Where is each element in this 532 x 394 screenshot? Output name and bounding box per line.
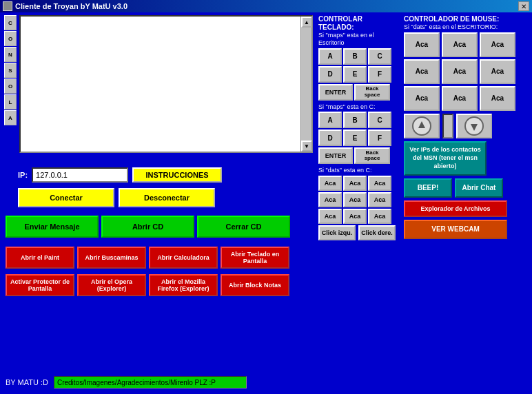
aca-btn-8[interactable]: Aca: [343, 209, 367, 224]
mouse-aca-4[interactable]: Aca: [404, 59, 440, 84]
mouse-aca-9[interactable]: Aca: [480, 86, 515, 111]
enviar-mensaje-button[interactable]: Enviar Mensaje: [6, 216, 99, 238]
kbd-grid-2: A B C D E F: [318, 112, 400, 146]
kbd-a-btn[interactable]: A: [318, 48, 342, 65]
msn-row: Ver IPs de los contactos del MSN (tener …: [404, 141, 526, 176]
mouse-aca-6[interactable]: Aca: [480, 59, 515, 84]
abrir-mozilla-button[interactable]: Abrir el Mozilla Firefox (Explorer): [149, 274, 218, 296]
aca-btn-2[interactable]: Aca: [343, 176, 367, 191]
enter-button-2[interactable]: ENTER: [318, 147, 353, 164]
maps-escritorio-text: Si "maps" esta en el Escritorio: [318, 32, 400, 47]
kbd-f2-btn[interactable]: F: [368, 129, 391, 146]
credits-input[interactable]: [54, 376, 247, 388]
scrollbar-down-btn[interactable]: ▼: [301, 141, 312, 152]
click-izq-button[interactable]: Click izqu.: [318, 225, 356, 240]
mouse-aca-3[interactable]: Aca: [480, 32, 515, 57]
explorador-row: Explorador de Archivos: [404, 200, 526, 217]
dats-c-text: Si "dats" esta en C:: [318, 167, 400, 174]
sidebar-icon-o[interactable]: O: [4, 31, 17, 46]
kbd-a2-btn[interactable]: A: [318, 112, 342, 128]
kbd-e-btn[interactable]: E: [343, 66, 367, 83]
abrir-calculadora-button[interactable]: Abrir Calculadora: [149, 247, 218, 269]
enter-back-row: ENTER Backspace: [318, 84, 400, 101]
backspace-button-2[interactable]: Backspace: [354, 147, 390, 164]
red-row2: Activar Protector de Pantalla Abrir el O…: [6, 274, 289, 296]
beep-button[interactable]: BEEP!: [404, 178, 452, 198]
mouse-aca-7[interactable]: Aca: [404, 86, 440, 111]
scroll-row: [404, 114, 526, 138]
kbd-b-btn[interactable]: B: [343, 48, 367, 65]
sidebar-icon-l[interactable]: L: [4, 94, 17, 110]
mouse-panel-title: CONTROLADOR DE MOUSE:: [404, 15, 526, 23]
kbd-e2-btn[interactable]: E: [343, 129, 367, 146]
teclado-panel: CONTROLAR TECLADO: Si "maps" esta en el …: [318, 15, 400, 242]
cerrar-cd-button[interactable]: Cerrar CD: [197, 216, 290, 238]
close-button[interactable]: ✕: [518, 1, 529, 11]
conectar-button[interactable]: Conectar: [18, 188, 114, 207]
click-der-button[interactable]: Click dere.: [358, 225, 396, 240]
bottom-bar: BY MATU :D: [6, 376, 247, 388]
aca-btn-6[interactable]: Aca: [368, 192, 391, 207]
abrir-paint-button[interactable]: Abrir el Paint: [6, 247, 74, 269]
activar-protector-button[interactable]: Activar Protector de Pantalla: [6, 274, 74, 296]
scroll-btn-1[interactable]: [404, 114, 440, 138]
sidebar-icon-c[interactable]: C: [4, 15, 17, 30]
webcam-button[interactable]: VER WEBCAM: [404, 220, 507, 239]
kbd-b2-btn[interactable]: B: [343, 112, 367, 128]
kbd-f-btn[interactable]: F: [368, 66, 391, 83]
enter-back-row-2: ENTER Backspace: [318, 147, 400, 164]
title-bar: Cliente de Troyan bY MatU v3.0 ✕: [0, 0, 532, 12]
abrir-block-notas-button[interactable]: Abrir Block Notas: [221, 274, 289, 296]
abrir-teclado-button[interactable]: Abrir Teclado en Pantalla: [221, 247, 289, 269]
main-area: C O N S O L A ▲ ▼ IP: INSTRUCCIONES Cone…: [0, 12, 532, 394]
sidebar-icon-n[interactable]: N: [4, 47, 17, 62]
explorador-button[interactable]: Explorador de Archivos: [404, 200, 507, 217]
enter-button[interactable]: ENTER: [318, 84, 353, 101]
beep-chat-row: BEEP! Abrir Chat: [404, 178, 526, 198]
instrucciones-button[interactable]: INSTRUCCIONES: [132, 167, 222, 183]
dats-escritorio-text: Si "dats" esta en el ESCRITORIO:: [404, 23, 526, 31]
mouse-aca-2[interactable]: Aca: [442, 32, 478, 57]
mouse-aca-grid: Aca Aca Aca Aca Aca Aca Aca Aca Aca: [404, 32, 526, 111]
abrir-buscaminas-button[interactable]: Abrir Buscaminas: [77, 247, 146, 269]
click-row: Click izqu. Click dere.: [318, 225, 400, 240]
console-textarea[interactable]: ▲ ▼: [19, 15, 313, 153]
aca-btn-4[interactable]: Aca: [318, 192, 342, 207]
mouse-aca-5[interactable]: Aca: [442, 59, 478, 84]
kbd-d2-btn[interactable]: D: [318, 129, 342, 146]
ip-row: IP: INSTRUCCIONES: [18, 167, 222, 183]
abrir-opera-button[interactable]: Abrir el Opera (Explorer): [77, 274, 146, 296]
scrollbar-center: [442, 114, 453, 138]
desconectar-button[interactable]: Desconectar: [119, 188, 215, 207]
app-icon: [3, 1, 12, 11]
sidebar-icon-s[interactable]: S: [4, 63, 17, 78]
kbd-c-btn[interactable]: C: [368, 48, 391, 65]
kbd-c2-btn[interactable]: C: [368, 112, 391, 128]
mouse-aca-1[interactable]: Aca: [404, 32, 440, 57]
backspace-button-1[interactable]: Backspace: [354, 84, 390, 101]
aca-btn-7[interactable]: Aca: [318, 209, 342, 224]
sidebar-icon-a[interactable]: A: [4, 110, 17, 125]
sidebar-icon-o2[interactable]: O: [4, 79, 17, 94]
webcam-row: VER WEBCAM: [404, 220, 526, 239]
kbd-grid-1: A B C D E F: [318, 48, 400, 83]
kbd-d-btn[interactable]: D: [318, 66, 342, 83]
aca-btn-1[interactable]: Aca: [318, 176, 342, 191]
mouse-aca-8[interactable]: Aca: [442, 86, 478, 111]
chat-button[interactable]: Abrir Chat: [455, 178, 503, 198]
scroll-btn-2[interactable]: [456, 114, 492, 138]
aca-btn-9[interactable]: Aca: [368, 209, 391, 224]
scrollbar-up-btn[interactable]: ▲: [301, 17, 312, 28]
msn-button[interactable]: Ver IPs de los contactos del MSN (tener …: [404, 141, 487, 176]
textarea-scrollbar[interactable]: ▲ ▼: [300, 17, 311, 152]
mouse-panel: CONTROLADOR DE MOUSE: Si "dats" esta en …: [404, 15, 526, 239]
ip-label: IP:: [18, 171, 28, 179]
red-row1: Abrir el Paint Abrir Buscaminas Abrir Ca…: [6, 247, 289, 269]
abrir-cd-button[interactable]: Abrir CD: [101, 216, 194, 238]
aca-btn-3[interactable]: Aca: [368, 176, 391, 191]
console-input[interactable]: [21, 17, 300, 152]
aca-grid-1: Aca Aca Aca Aca Aca Aca Aca Aca Aca: [318, 176, 400, 224]
ip-input[interactable]: [32, 167, 128, 183]
aca-btn-5[interactable]: Aca: [343, 192, 367, 207]
teclado-panel-title: CONTROLAR TECLADO:: [318, 15, 400, 32]
